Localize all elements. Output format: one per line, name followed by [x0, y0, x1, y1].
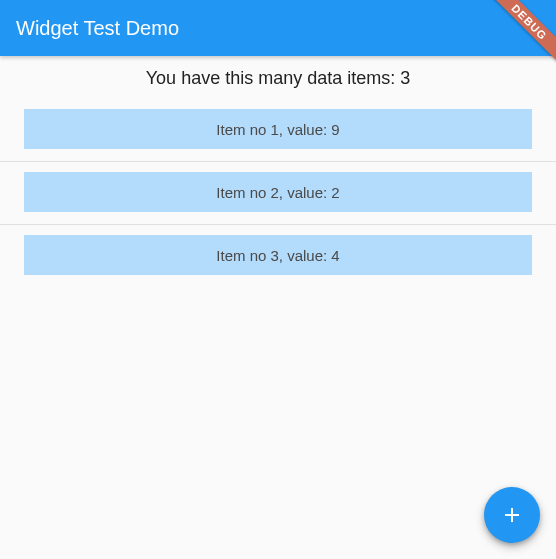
add-button[interactable] — [484, 487, 540, 543]
item-card: Item no 2, value: 2 — [24, 172, 532, 212]
data-count-header: You have this many data items: 3 — [0, 56, 556, 99]
list-item[interactable]: Item no 3, value: 4 — [0, 225, 556, 287]
plus-icon — [500, 503, 524, 527]
item-label: Item no 1, value: 9 — [216, 121, 339, 138]
count-prefix: You have this many data items: — [146, 68, 400, 88]
list-item[interactable]: Item no 2, value: 2 — [0, 162, 556, 225]
app-bar: Widget Test Demo — [0, 0, 556, 56]
item-list: Item no 1, value: 9 Item no 2, value: 2 … — [0, 99, 556, 287]
list-item[interactable]: Item no 1, value: 9 — [0, 99, 556, 162]
item-card: Item no 3, value: 4 — [24, 235, 532, 275]
item-label: Item no 2, value: 2 — [216, 184, 339, 201]
count-value: 3 — [400, 68, 410, 88]
app-title: Widget Test Demo — [16, 17, 179, 40]
item-label: Item no 3, value: 4 — [216, 247, 339, 264]
item-card: Item no 1, value: 9 — [24, 109, 532, 149]
